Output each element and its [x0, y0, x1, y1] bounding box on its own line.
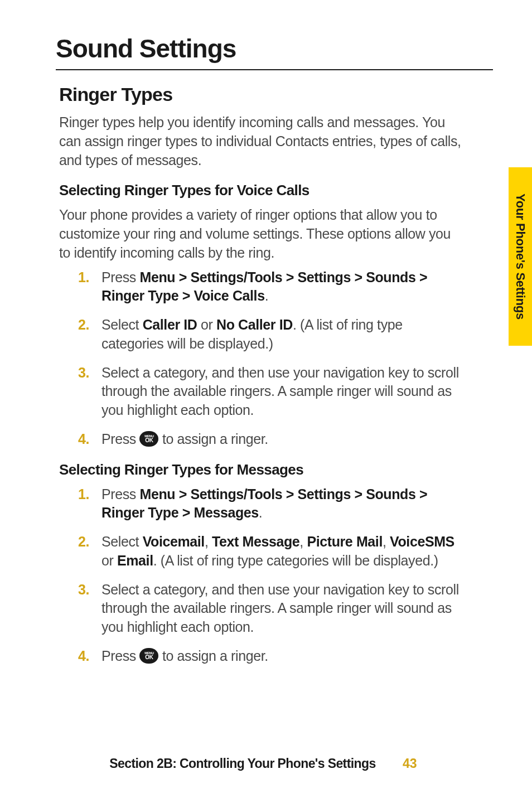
step-number: 3.: [78, 581, 101, 599]
intro-paragraph: Ringer types help you identify incoming …: [59, 113, 465, 170]
menu-ok-icon: MENUOK: [139, 431, 158, 447]
list-item: 1. Press Menu > Settings/Tools > Setting…: [78, 268, 465, 306]
section-heading: Ringer Types: [59, 84, 493, 105]
step-text: Select Caller ID or No Caller ID. (A lis…: [101, 316, 465, 354]
page-footer: Section 2B: Controlling Your Phone's Set…: [0, 756, 532, 771]
step-text: Select a category, and then use your nav…: [101, 581, 465, 637]
list-item: 3. Select a category, and then use your …: [78, 581, 465, 637]
step-text: Press MENUOK to assign a ringer.: [101, 647, 465, 666]
step-number: 1.: [78, 268, 101, 287]
subsection-heading-messages: Selecting Ringer Types for Messages: [59, 461, 493, 478]
footer-page-number: 43: [403, 756, 417, 771]
step-text: Press Menu > Settings/Tools > Settings >…: [101, 268, 465, 306]
step-number: 2.: [78, 316, 101, 335]
list-item: 1. Press Menu > Settings/Tools > Setting…: [78, 485, 465, 523]
step-number: 3.: [78, 364, 101, 383]
list-item: 3. Select a category, and then use your …: [78, 364, 465, 420]
step-number: 1.: [78, 485, 101, 504]
step-text: Press MENUOK to assign a ringer.: [101, 430, 465, 449]
step-text: Press Menu > Settings/Tools > Settings >…: [101, 485, 465, 523]
page-content: Your Phone's Settings Sound Settings Rin…: [0, 0, 532, 798]
step-text: Select Voicemail, Text Message, Picture …: [101, 533, 465, 570]
list-item: 4. Press MENUOK to assign a ringer.: [78, 647, 465, 666]
messages-steps-list: 1. Press Menu > Settings/Tools > Setting…: [78, 485, 465, 666]
list-item: 2. Select Voicemail, Text Message, Pictu…: [78, 533, 465, 570]
title-rule: [56, 69, 493, 70]
page-title: Sound Settings: [56, 33, 493, 64]
step-number: 4.: [78, 430, 101, 449]
step-number: 2.: [78, 533, 101, 552]
menu-ok-icon: MENUOK: [139, 648, 158, 664]
subsection-heading-voice: Selecting Ringer Types for Voice Calls: [59, 182, 493, 199]
list-item: 2. Select Caller ID or No Caller ID. (A …: [78, 316, 465, 354]
side-tab-label: Your Phone's Settings: [513, 194, 528, 320]
voice-paragraph: Your phone provides a variety of ringer …: [59, 206, 465, 262]
voice-steps-list: 1. Press Menu > Settings/Tools > Setting…: [78, 268, 465, 449]
section-side-tab: Your Phone's Settings: [509, 167, 532, 346]
list-item: 4. Press MENUOK to assign a ringer.: [78, 430, 465, 449]
footer-section-title: Section 2B: Controlling Your Phone's Set…: [109, 756, 375, 771]
step-number: 4.: [78, 647, 101, 666]
step-text: Select a category, and then use your nav…: [101, 364, 465, 420]
